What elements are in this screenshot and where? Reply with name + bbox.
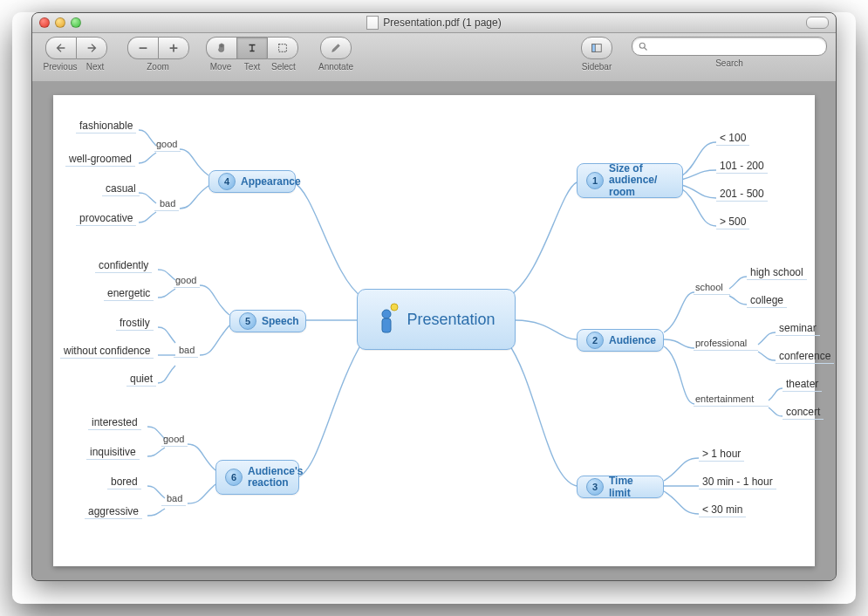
leaf: interested (88, 416, 141, 430)
plus-icon (167, 42, 180, 54)
leaf: casual (102, 182, 140, 196)
toolbar-label: Text (236, 62, 268, 72)
leaf: quiet (126, 373, 156, 387)
toolbar-label: Zoom (126, 62, 189, 72)
close-icon[interactable] (39, 17, 50, 28)
leaf: aggressive (85, 505, 142, 519)
leaf: > 500 (716, 216, 749, 229)
previous-button[interactable] (45, 37, 76, 59)
viewport[interactable]: Presentation 1 Size of audience/ room 2 … (32, 81, 836, 580)
select-tool-button[interactable] (267, 37, 298, 59)
text-tool-button[interactable] (236, 37, 267, 59)
node-appearance: 4 Appearance (208, 170, 296, 193)
leaf: conference (776, 350, 834, 364)
zoom-out-button[interactable] (127, 37, 158, 59)
sidebar-button[interactable] (581, 37, 612, 59)
search-input[interactable] (632, 37, 827, 56)
svg-point-5 (382, 310, 391, 318)
annotate-button[interactable] (320, 37, 352, 59)
titlebar: Presentation.pdf (1 page) (32, 13, 836, 33)
priority-badge: 4 (218, 173, 236, 190)
leaf: 30 min - 1 hour (699, 476, 776, 489)
hand-icon (215, 42, 228, 54)
svg-rect-2 (592, 44, 596, 52)
leaf: < 30 min (699, 503, 746, 517)
leaf: confidently (95, 259, 152, 273)
branch-label: bad (167, 493, 182, 503)
branch-label: good (175, 275, 196, 285)
node-time-limit: 3 Time limit (577, 476, 664, 498)
node-title: Size of audience/ room (609, 163, 673, 198)
document-icon (366, 16, 379, 30)
priority-badge: 6 (225, 469, 243, 486)
priority-badge: 5 (239, 312, 256, 330)
node-title: Audience (609, 334, 656, 346)
center-title: Presentation (407, 311, 495, 329)
leaf: seminar (776, 322, 820, 336)
leaf: college (747, 294, 787, 308)
leaf: > 1 hour (699, 448, 744, 462)
svg-rect-6 (382, 318, 391, 332)
leaf: concert (783, 406, 824, 420)
svg-point-3 (639, 43, 645, 48)
branch-label: professional (695, 338, 747, 348)
leaf: provocative (76, 212, 136, 226)
app-window: Presentation.pdf (1 page) Previous Next (31, 12, 837, 581)
toolbar-toggle-button[interactable] (806, 17, 829, 29)
toolbar-label: Previous (41, 62, 79, 72)
move-tool-button[interactable] (206, 37, 236, 59)
leaf: high school (747, 266, 807, 280)
zoom-in-button[interactable] (158, 37, 189, 59)
node-size-of-audience: 1 Size of audience/ room (577, 163, 683, 198)
zoom-icon[interactable] (71, 17, 81, 28)
leaf: well-groomed (65, 153, 135, 167)
node-audience: 2 Audience (577, 329, 664, 352)
node-title: Time limit (609, 475, 654, 499)
search-field[interactable] (652, 40, 821, 52)
person-idea-icon (377, 302, 401, 337)
leaf: 101 - 200 (716, 160, 768, 174)
branch-label: entertainment (695, 394, 754, 404)
leaf: fashionable (76, 120, 136, 133)
toolbar-label: Move (205, 62, 236, 72)
leaf: bored (107, 476, 141, 489)
minus-icon (137, 42, 149, 54)
priority-badge: 2 (586, 332, 604, 349)
leaf: energetic (104, 287, 154, 301)
node-audience-reaction: 6 Audience's reaction (215, 460, 299, 495)
toolbar-label: Annotate (315, 62, 357, 72)
branch-label: good (163, 434, 184, 444)
branch-label: school (695, 282, 723, 292)
pencil-icon (330, 42, 342, 54)
toolbar-label: Next (79, 62, 111, 72)
document-page: Presentation 1 Size of audience/ room 2 … (53, 95, 815, 566)
svg-point-4 (391, 304, 398, 311)
node-title: Speech (262, 315, 299, 327)
minimize-icon[interactable] (55, 17, 65, 28)
priority-badge: 1 (586, 172, 604, 189)
leaf: inquisitive (86, 446, 140, 460)
search-icon (638, 41, 648, 51)
toolbar-label: Select (268, 62, 299, 72)
node-speech: 5 Speech (229, 310, 306, 332)
toolbar-label: Sidebar (578, 62, 616, 72)
leaf: without confidence (60, 345, 154, 359)
priority-badge: 3 (586, 478, 604, 496)
node-title: Appearance (241, 175, 301, 188)
leaf: 201 - 500 (716, 188, 768, 202)
node-title: Audience's reaction (248, 466, 304, 489)
next-button[interactable] (76, 37, 107, 59)
toolbar-label: Search (638, 58, 821, 68)
window-title: Presentation.pdf (1 page) (383, 17, 501, 29)
sidebar-icon (591, 42, 603, 54)
toolbar: Previous Next Zoom Move (32, 33, 836, 86)
leaf: < 100 (716, 132, 749, 146)
marquee-icon (277, 42, 289, 54)
text-cursor-icon (246, 42, 258, 54)
leaf: theater (783, 378, 822, 392)
mindmap-center-node: Presentation (357, 289, 516, 350)
leaf: frostily (116, 317, 154, 331)
branch-label: bad (179, 345, 195, 355)
branch-label: bad (160, 198, 175, 209)
arrow-left-icon (55, 42, 67, 54)
